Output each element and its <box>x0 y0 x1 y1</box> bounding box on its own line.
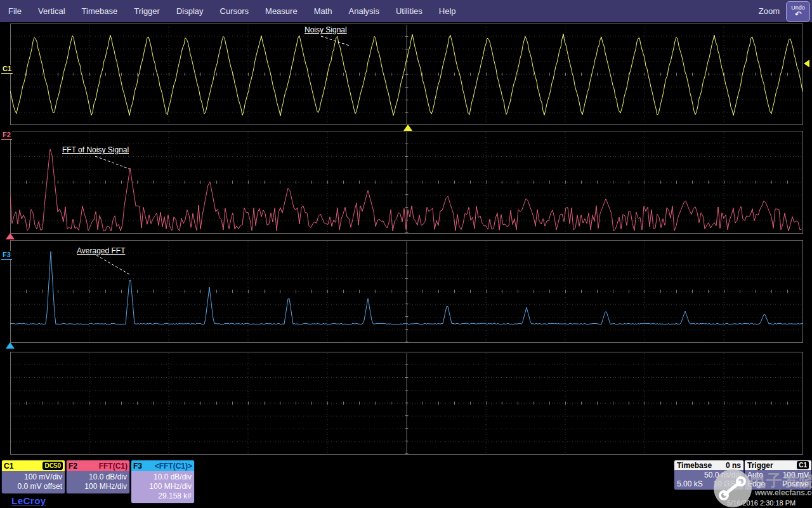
trigger-body: Auto 100 mV Edge Positive <box>745 470 811 490</box>
descriptor-c1-body: 100 mV/div 0.0 mV offset <box>2 471 65 493</box>
menu-items: FileVerticalTimebaseTriggerDisplayCursor… <box>0 0 464 22</box>
grid-panel-empty[interactable] <box>10 352 803 455</box>
descriptor-f3-name: F3 <box>133 462 142 471</box>
trigger-type: Edge <box>747 479 765 488</box>
descriptor-f2-header: F2 FFT(C1) <box>67 460 129 471</box>
menu-item-file[interactable]: File <box>0 0 30 22</box>
trigger-mode: Auto <box>747 471 763 479</box>
menu-bar: FileVerticalTimebaseTriggerDisplayCursor… <box>0 0 812 22</box>
timebase-delay: 0 ns <box>726 461 741 470</box>
annotation-noisy-signal[interactable]: Noisy Signal <box>303 25 349 34</box>
menu-item-cursors[interactable]: Cursors <box>212 0 258 22</box>
grid-panel-c1[interactable] <box>10 23 803 125</box>
menu-item-timebase[interactable]: Timebase <box>74 0 126 22</box>
annotation-fft-noisy-signal[interactable]: FFT of Noisy Signal <box>60 145 131 154</box>
annotation-averaged-fft[interactable]: Averaged FFT <box>75 246 127 255</box>
menu-item-vertical[interactable]: Vertical <box>30 0 74 22</box>
menu-item-display[interactable]: Display <box>168 0 212 22</box>
trigger-header: Trigger C1 <box>745 460 811 470</box>
descriptor-c1[interactable]: C1 DC50 100 mV/div 0.0 mV offset <box>1 460 65 494</box>
timebase-samples: 5.00 kS <box>677 479 703 488</box>
timebase-rate: 10 GS/s <box>714 479 741 488</box>
descriptor-f2-name: F2 <box>69 462 77 471</box>
descriptor-f3-header: F3 <FFT(C1)> <box>131 460 194 471</box>
zoom-menu[interactable]: Zoom <box>759 6 780 16</box>
f2-scale: 10.0 dB/div <box>69 472 127 482</box>
descriptor-f2[interactable]: F2 FFT(C1) 10.0 dB/div 100 MHz/div <box>66 460 130 494</box>
f3-span: 100 MHz/div <box>134 482 192 491</box>
trace-f2 <box>10 149 802 231</box>
menu-item-utilities[interactable]: Utilities <box>388 0 431 22</box>
f2-function: FFT(C1) <box>99 462 128 471</box>
menu-item-help[interactable]: Help <box>431 0 464 22</box>
grid-panel-f3[interactable] <box>10 240 803 343</box>
undo-button[interactable]: Undo ↶ <box>786 1 810 22</box>
c1-offset: 0.0 mV offset <box>4 482 62 491</box>
oscilloscope-screen: FileVerticalTimebaseTriggerDisplayCursor… <box>0 0 812 508</box>
f3-level-indicator[interactable] <box>6 342 15 349</box>
f3-function: <FFT(C1)> <box>155 462 192 471</box>
descriptor-c1-header: C1 DC50 <box>2 460 65 471</box>
f3-sweeps: 29.158 k# <box>134 491 192 501</box>
menu-item-measure[interactable]: Measure <box>257 0 306 22</box>
trigger-box[interactable]: Trigger C1 Auto 100 mV Edge Positive <box>744 460 812 490</box>
channel-label-f3[interactable]: F3 <box>1 251 12 260</box>
trigger-position-marker[interactable] <box>403 124 412 131</box>
descriptor-f3[interactable]: F3 <FFT(C1)> 10.0 dB/div 100 MHz/div 29.… <box>131 460 195 504</box>
timebase-scale: 50.0 ns/div <box>704 471 741 479</box>
descriptor-f2-body: 10.0 dB/div 100 MHz/div <box>67 471 129 493</box>
timebase-body: 50.0 ns/div 5.00 kS 10 GS/s <box>674 470 743 490</box>
trigger-title: Trigger <box>747 461 773 470</box>
channel-label-c1[interactable]: C1 <box>1 65 13 74</box>
coupling-badge: DC50 <box>43 462 63 470</box>
undo-icon: ↶ <box>795 11 802 18</box>
menu-item-analysis[interactable]: Analysis <box>341 0 388 22</box>
trigger-source-badge: C1 <box>797 461 809 469</box>
trigger-level: 100 mV <box>783 471 809 479</box>
trigger-slope: Positive <box>782 479 809 488</box>
c1-scale: 100 mV/div <box>4 472 62 482</box>
f2-level-indicator[interactable] <box>6 233 15 239</box>
f3-scale: 10.0 dB/div <box>134 472 192 482</box>
datetime-display: 5/16/2016 2:30:18 PM <box>727 499 796 507</box>
menu-item-math[interactable]: Math <box>306 0 341 22</box>
lecroy-logo: LeCroy <box>11 495 46 506</box>
menu-item-trigger[interactable]: Trigger <box>126 0 168 22</box>
descriptor-c1-name: C1 <box>4 462 13 471</box>
f2-span: 100 MHz/div <box>69 482 127 491</box>
timebase-box[interactable]: Timebase 0 ns 50.0 ns/div 5.00 kS 10 GS/… <box>674 460 744 490</box>
descriptor-f3-body: 10.0 dB/div 100 MHz/div 29.158 k# <box>131 471 194 503</box>
channel-label-f2[interactable]: F2 <box>1 131 12 140</box>
timebase-title: Timebase <box>677 461 712 470</box>
timebase-header: Timebase 0 ns <box>674 460 743 470</box>
c1-level-indicator[interactable] <box>804 60 809 67</box>
